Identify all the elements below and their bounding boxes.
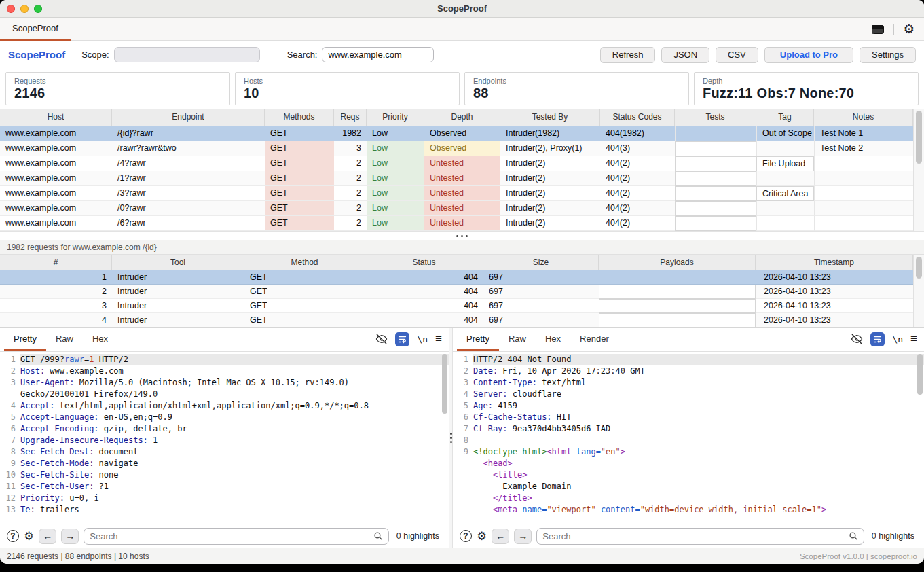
word-wrap-icon[interactable]	[395, 332, 409, 346]
column-header[interactable]: Payloads	[599, 255, 756, 270]
gear-icon[interactable]: ⚙	[904, 23, 914, 35]
request-row[interactable]: 4IntruderGET4046972026-04-10 13:23	[0, 313, 913, 327]
horizontal-split-handle[interactable]	[0, 231, 924, 240]
hide-icon[interactable]	[851, 333, 863, 345]
next-match-button[interactable]: →	[514, 529, 532, 544]
request-row[interactable]: 1IntruderGET4046972026-04-10 13:23	[0, 270, 913, 285]
response-editor[interactable]: 1HTTP/2 404 Not Found2Date: Fri, 10 Apr …	[453, 352, 924, 524]
tab-render[interactable]: Render	[570, 328, 618, 351]
prev-match-button[interactable]: ←	[492, 529, 509, 544]
request-row[interactable]: 3IntruderGET4046972026-04-10 13:23	[0, 299, 913, 313]
endpoint-row[interactable]: www.example.com/rawr?rawr&twoGET3LowObse…	[0, 141, 913, 156]
scope-input[interactable]	[114, 47, 260, 62]
column-header[interactable]: Notes	[814, 109, 913, 126]
csv-export-button[interactable]: CSV	[716, 47, 758, 63]
cell-host: www.example.com	[0, 126, 112, 141]
editor-scrollbar-thumb[interactable]	[442, 354, 447, 414]
json-export-button[interactable]: JSON	[661, 47, 709, 63]
line-number: 9	[0, 458, 20, 469]
column-header[interactable]: Method	[244, 255, 365, 270]
code-segment: ?1	[94, 482, 109, 491]
scrollbar-thumb[interactable]	[916, 111, 922, 164]
tab-pretty[interactable]: Pretty	[4, 328, 46, 351]
menu-icon[interactable]: ≡	[910, 332, 917, 346]
code-segment	[473, 505, 493, 514]
cell-tests	[675, 156, 756, 171]
tab-raw[interactable]: Raw	[46, 328, 83, 351]
window-title: ScopeProof	[0, 0, 924, 18]
requests-scrollbar[interactable]	[913, 255, 924, 327]
newline-icon[interactable]: \n	[892, 334, 903, 344]
line-number: 8	[453, 435, 473, 446]
request-row[interactable]: 2IntruderGET4046972026-04-10 13:23	[0, 285, 913, 299]
tab-raw[interactable]: Raw	[499, 328, 536, 351]
toolbar: ScopeProof Scope: Search: RefreshJSONCSV…	[0, 41, 924, 69]
code-segment: "viewport"	[547, 505, 595, 514]
newline-icon[interactable]: \n	[417, 334, 428, 344]
upload-to-pro-button[interactable]: Upload to Pro	[764, 47, 853, 63]
column-header[interactable]: Priority	[367, 109, 424, 126]
cell-payloads	[599, 285, 756, 299]
editor-scrollbar-thumb[interactable]	[917, 354, 923, 395]
word-wrap-icon[interactable]	[870, 332, 885, 346]
endpoint-row[interactable]: www.example.com/6?rawrGET2LowUntestedInt…	[0, 216, 913, 231]
endpoints-scrollbar[interactable]	[913, 109, 924, 231]
status-summary: 2146 requests | 88 endpoints | 10 hosts	[7, 552, 149, 561]
editor-line: 7Upgrade-Insecure-Requests: 1	[0, 435, 449, 446]
column-header[interactable]: Size	[483, 255, 599, 270]
cell-status_codes: 404(2)	[600, 171, 675, 186]
layout-panel-icon[interactable]	[872, 25, 884, 34]
endpoint-row[interactable]: www.example.com/{id}?rawrGET1982LowObser…	[0, 126, 913, 141]
tab-hex[interactable]: Hex	[536, 328, 570, 351]
cell-notes: Test Note 1	[814, 126, 913, 141]
response-viewer-body: 1HTTP/2 404 Not Found2Date: Fri, 10 Apr …	[453, 354, 924, 516]
editor-search-input[interactable]	[90, 531, 369, 541]
cell-notes	[814, 186, 913, 201]
settings-button[interactable]: Settings	[860, 47, 916, 63]
hide-icon[interactable]	[375, 333, 388, 345]
endpoint-row[interactable]: www.example.com/3?rawrGET2LowUntestedInt…	[0, 186, 913, 201]
column-header[interactable]: Tested By	[500, 109, 600, 126]
editor-search-input[interactable]	[542, 531, 845, 541]
cell-notes: Test Note 2	[814, 141, 913, 156]
column-header[interactable]: Timestamp	[756, 255, 913, 270]
editor-line: 2Date: Fri, 10 Apr 2026 17:23:40 GMT	[453, 365, 924, 377]
help-icon[interactable]: ?	[460, 530, 472, 542]
tab-scopeproof[interactable]: ScopeProof	[0, 18, 71, 41]
prev-match-button[interactable]: ←	[39, 529, 56, 544]
menu-icon[interactable]: ≡	[435, 332, 442, 346]
column-header[interactable]: Tag	[756, 109, 814, 126]
column-header[interactable]: Tests	[675, 109, 756, 126]
endpoint-row[interactable]: www.example.com/0?rawrGET2LowUntestedInt…	[0, 201, 913, 216]
help-icon[interactable]: ?	[7, 530, 19, 542]
tab-hex[interactable]: Hex	[83, 328, 117, 351]
cell-priority: Low	[367, 141, 424, 156]
column-header[interactable]: Host	[0, 109, 112, 126]
line-number: 1	[453, 354, 473, 365]
gear-icon[interactable]: ⚙	[24, 531, 34, 542]
column-header[interactable]: #	[0, 255, 112, 270]
column-header[interactable]: Methods	[265, 109, 334, 126]
line-number: 13	[0, 504, 20, 516]
endpoint-row[interactable]: www.example.com/1?rawrGET2LowUntestedInt…	[0, 171, 913, 186]
next-match-button[interactable]: →	[61, 529, 79, 544]
column-header[interactable]: Depth	[424, 109, 500, 126]
gear-icon[interactable]: ⚙	[477, 531, 487, 542]
cell-reqs: 3	[334, 141, 367, 156]
request-editor[interactable]: 1GET /999?rawr=1 HTTP/22Host: www.exampl…	[0, 352, 449, 524]
cell-priority: Low	[367, 186, 424, 201]
column-header[interactable]: Endpoint	[112, 109, 265, 126]
column-header[interactable]: Status	[365, 255, 483, 270]
endpoint-row[interactable]: www.example.com/4?rawrGET2LowUntestedInt…	[0, 156, 913, 171]
stats-row: Requests2146Hosts10Endpoints88DepthFuzz:…	[0, 69, 924, 109]
search-input[interactable]	[322, 47, 434, 62]
column-header[interactable]: Reqs	[334, 109, 367, 126]
editor-line: 9<!doctype html><html lang="en">	[453, 446, 924, 458]
column-header[interactable]: Tool	[112, 255, 244, 270]
scrollbar-thumb[interactable]	[916, 257, 922, 279]
search-icon	[849, 531, 858, 541]
cell-tag: Out of Scope	[756, 126, 814, 141]
column-header[interactable]: Status Codes	[600, 109, 675, 126]
refresh-button[interactable]: Refresh	[600, 47, 656, 63]
tab-pretty[interactable]: Pretty	[457, 328, 499, 351]
